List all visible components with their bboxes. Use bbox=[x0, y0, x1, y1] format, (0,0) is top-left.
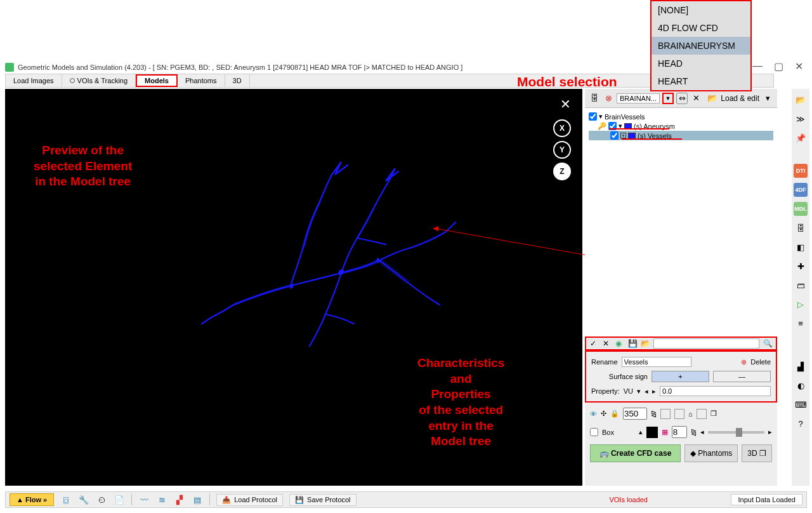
open-icon[interactable]: 📂 bbox=[641, 339, 650, 348]
slider-thumb[interactable] bbox=[736, 428, 742, 437]
link-icon[interactable]: ⇔ bbox=[676, 93, 688, 104]
option-none[interactable]: [NONE] bbox=[652, 1, 750, 19]
home-icon[interactable]: ⌂ bbox=[688, 410, 693, 418]
3d-box-icon[interactable]: ❒ bbox=[710, 410, 717, 418]
rail-dti-button[interactable]: DTI bbox=[794, 164, 808, 178]
option-heart[interactable]: HEART bbox=[652, 72, 750, 90]
eye-icon[interactable]: 👁 bbox=[590, 410, 597, 418]
bb-chart-icon[interactable]: ▞ bbox=[174, 494, 185, 505]
slider-next-icon[interactable]: ▸ bbox=[768, 428, 772, 436]
option-head[interactable]: HEAD bbox=[652, 55, 750, 72]
rail-tools-icon[interactable]: ≡ bbox=[794, 316, 808, 330]
rail-contrast-icon[interactable]: ◐ bbox=[794, 378, 808, 392]
rail-folder-icon[interactable]: 📂 bbox=[794, 93, 808, 107]
property-vu[interactable]: VU bbox=[624, 387, 633, 395]
phantoms-button[interactable]: ◆ Phantoms bbox=[684, 444, 738, 462]
folder-icon[interactable]: 📂 bbox=[707, 93, 718, 104]
chevron-down-icon[interactable]: ▾ bbox=[762, 93, 773, 104]
bb-grid-icon[interactable]: ▤ bbox=[192, 494, 203, 505]
search-input[interactable] bbox=[653, 338, 759, 349]
rail-4df-button[interactable]: 4DF bbox=[794, 183, 808, 197]
tree-vessels-checkbox[interactable] bbox=[610, 131, 619, 140]
maximize-icon[interactable]: ▢ bbox=[774, 60, 783, 72]
surface-plus-button[interactable]: + bbox=[652, 371, 709, 382]
viewport-axis-y-button[interactable]: Y bbox=[553, 141, 571, 159]
bb-clock-icon[interactable]: ⏲ bbox=[96, 494, 107, 505]
rail-db-icon[interactable]: 🗄 bbox=[794, 221, 808, 235]
x-icon[interactable]: ✕ bbox=[603, 339, 612, 348]
rename-input[interactable] bbox=[622, 357, 691, 367]
bb-doc-icon[interactable]: 📄 bbox=[114, 494, 125, 505]
stepper-icon[interactable]: ⧎ bbox=[651, 410, 657, 418]
bb-wave2-icon[interactable]: ≋ bbox=[156, 494, 167, 505]
prop-prev-icon[interactable]: ◂ bbox=[645, 387, 648, 396]
box-checkbox[interactable] bbox=[590, 428, 598, 436]
check-icon[interactable]: ✓ bbox=[590, 339, 599, 348]
option-4dflow[interactable]: 4D FLOW CFD bbox=[652, 19, 750, 37]
rail-play-icon[interactable]: ▷ bbox=[794, 297, 808, 311]
tab-load-images[interactable]: Load Images bbox=[6, 74, 62, 87]
viewport-3d[interactable]: ✕ X Y Z Preview of the selected Element … bbox=[5, 89, 582, 486]
viewport-axis-x-button[interactable]: X bbox=[553, 119, 571, 137]
option-brainaneurysm[interactable]: BRAINANEURYSM bbox=[652, 37, 750, 55]
box3-button[interactable] bbox=[697, 409, 707, 419]
slider-prev-icon[interactable]: ◂ bbox=[700, 428, 704, 436]
property-vu-chevron-icon[interactable]: ▾ bbox=[637, 387, 641, 396]
surface-minus-button[interactable]: — bbox=[713, 371, 771, 382]
rail-add-icon[interactable]: ✚ bbox=[794, 259, 808, 273]
value-350-input[interactable] bbox=[623, 408, 647, 420]
model-dropdown-button[interactable]: ▼ bbox=[662, 93, 674, 104]
delete-button[interactable]: Delete bbox=[750, 358, 771, 366]
value-8-input[interactable] bbox=[672, 426, 687, 438]
delete-icon[interactable]: ⊗ bbox=[741, 358, 747, 366]
rail-vector-icon[interactable]: ≫ bbox=[794, 112, 808, 126]
3d-button[interactable]: 3D ❒ bbox=[742, 444, 772, 462]
model-tree[interactable]: ▾BrainVessels 🔑▾ (s) Aneurysm + (s) Vess… bbox=[585, 108, 777, 336]
search-icon[interactable]: 🔍 bbox=[763, 339, 772, 348]
save-icon[interactable]: 💾 bbox=[628, 339, 637, 348]
bb-wrench-icon[interactable]: 🔧 bbox=[78, 494, 89, 505]
grid-icon[interactable]: ▦ bbox=[662, 428, 668, 436]
rail-graph-icon[interactable]: ▟ bbox=[794, 359, 808, 373]
lock-icon[interactable]: 🔒 bbox=[610, 410, 619, 418]
prop-next-icon[interactable]: ▸ bbox=[652, 387, 656, 396]
tree-root[interactable]: ▾BrainVessels bbox=[589, 112, 773, 121]
tab-phantoms[interactable]: Phantoms bbox=[178, 74, 225, 87]
up-icon[interactable]: ▴ bbox=[639, 428, 643, 436]
create-cfd-button[interactable]: 🚌 Create CFD case bbox=[590, 444, 681, 462]
globe-icon[interactable]: ◉ bbox=[615, 339, 624, 348]
close-panel-icon[interactable]: ✕ bbox=[690, 93, 702, 104]
color-swatch[interactable] bbox=[646, 427, 658, 438]
box2-button[interactable] bbox=[674, 409, 684, 419]
flow-button[interactable]: ▲ Flow » bbox=[10, 493, 54, 506]
status-dot-icon bbox=[70, 78, 75, 83]
box1-button[interactable] bbox=[660, 409, 671, 419]
rail-keyboard-icon[interactable]: ⌨ bbox=[794, 397, 808, 411]
load-protocol-button[interactable]: 📥Load Protocol bbox=[216, 494, 283, 506]
close-icon[interactable]: ✕ bbox=[795, 60, 803, 72]
slider[interactable] bbox=[708, 431, 764, 434]
viewport-close-icon[interactable]: ✕ bbox=[560, 97, 571, 112]
tree-root-checkbox[interactable] bbox=[589, 112, 597, 121]
viewport-axis-z-button[interactable]: Z bbox=[553, 163, 571, 180]
rail-mdl-button[interactable]: MDL bbox=[794, 202, 808, 216]
bb-wave1-icon[interactable]: 〰 bbox=[138, 494, 150, 505]
tab-models[interactable]: Models bbox=[136, 74, 178, 87]
rail-pin-icon[interactable]: 📌 bbox=[794, 131, 808, 145]
bottom-toolbar: ▲ Flow » ⌼ 🔧 ⏲ 📄 〰 ≋ ▞ ▤ 📥Load Protocol … bbox=[5, 491, 807, 508]
compass-icon[interactable]: ✣ bbox=[601, 410, 606, 418]
tab-vois-tracking[interactable]: VOIs & Tracking bbox=[62, 74, 136, 87]
bb-home-icon[interactable]: ⌼ bbox=[60, 494, 72, 505]
db-icon[interactable]: 🗄 bbox=[589, 93, 600, 104]
rail-cube-icon[interactable]: ◧ bbox=[794, 240, 808, 254]
rail-stack-icon[interactable]: 🗃 bbox=[794, 278, 808, 292]
rail-help-icon[interactable]: ? bbox=[794, 416, 808, 430]
clear-icon[interactable]: ⊗ bbox=[603, 93, 614, 104]
property-value-input[interactable] bbox=[660, 386, 771, 396]
load-edit-button[interactable]: Load & edit bbox=[721, 94, 759, 103]
rename-label: Rename bbox=[591, 358, 618, 366]
tab-3d[interactable]: 3D bbox=[225, 74, 250, 87]
model-select-popup[interactable]: [NONE] 4D FLOW CFD BRAINANEURYSM HEAD HE… bbox=[650, 0, 752, 91]
stepper2-icon[interactable]: ⧎ bbox=[691, 428, 697, 436]
save-protocol-button[interactable]: 💾Save Protocol bbox=[289, 494, 356, 506]
